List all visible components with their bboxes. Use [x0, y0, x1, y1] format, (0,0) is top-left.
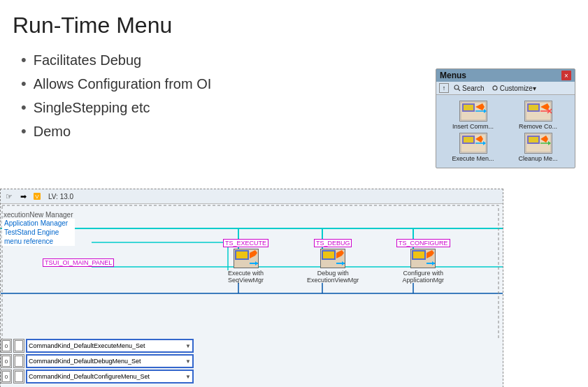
customize-button[interactable]: Customize▾ — [489, 84, 538, 93]
page-title: Run-Time Menu — [13, 13, 588, 38]
dropdown-configure-value: CommandKind_DefaultConfigureMenu_Set — [29, 373, 150, 380]
dropdown-debug-value: CommandKind_DefaultDebugMenu_Set — [29, 358, 141, 365]
search-button[interactable]: Search — [452, 84, 487, 93]
bullet-dot-2: • — [21, 75, 27, 93]
ts-configure-label: TS_CONFIGURE — [396, 239, 450, 247]
svg-rect-57 — [413, 251, 424, 258]
dropdown-row-1: 0 CommandKind_DefaultExecuteMenu_Set ▼ — [1, 339, 503, 353]
bullet-text-2: Allows Configuration from OI — [34, 76, 212, 92]
svg-rect-45 — [236, 251, 248, 258]
dropdown-execute[interactable]: CommandKind_DefaultExecuteMenu_Set ▼ — [26, 339, 194, 353]
svg-rect-12 — [529, 105, 538, 110]
ts-execute-label: TS_EXECUTE — [223, 239, 268, 247]
bullet-dot-3: • — [21, 98, 27, 117]
diagram-content: xecutionNew Manager Application Manager … — [1, 204, 503, 385]
dropdown-debug[interactable]: CommandKind_DefaultDebugMenu_Set ▼ — [26, 354, 194, 368]
debug-node-icon[interactable] — [320, 249, 345, 268]
dropdown-debug-arrow: ▼ — [185, 358, 191, 365]
search-label: Search — [462, 85, 485, 92]
menu-item-insert[interactable]: Insert Comm... — [442, 101, 504, 130]
svg-line-1 — [459, 89, 461, 92]
dropdown-row-3: 0 CommandKind_DefaultConfigureMenu_Set ▼ — [1, 370, 503, 384]
cleanup-me-icon — [524, 133, 552, 154]
customize-label: Customize▾ — [500, 85, 536, 92]
dropdown-row-2: 0 CommandKind_DefaultDebugMenu_Set ▼ — [1, 354, 503, 368]
remove-co-label: Remove Co... — [519, 123, 557, 130]
menu-item-remove[interactable]: Remove Co... — [507, 101, 569, 130]
hand-tool-icon[interactable]: ☞ — [3, 191, 15, 202]
dropdown-num-1: 0 — [1, 339, 12, 353]
execute-node-icon[interactable] — [234, 249, 259, 268]
arrow-tool-icon[interactable]: ➡ — [17, 191, 29, 202]
bullet-dot-1: • — [21, 51, 27, 69]
menu-label-appmgr[interactable]: Application Manager — [2, 219, 75, 228]
customize-icon — [492, 85, 499, 92]
debug-bottom-label: Debug withExecutionViewMgr — [307, 270, 359, 284]
menus-toolbar: ↑ Search Customize▾ — [436, 82, 575, 95]
ts-debug-label: TS_DEBUG — [314, 239, 352, 247]
menus-title: Menus — [440, 71, 466, 80]
configure-node-icon[interactable] — [410, 249, 436, 268]
configure-node[interactable]: TS_CONFIGURE Configure withApplicationMg… — [396, 239, 450, 284]
dropdown-configure[interactable]: CommandKind_DefaultConfigureMenu_Set ▼ — [26, 370, 194, 384]
dropdown-execute-arrow: ▼ — [185, 343, 191, 349]
menus-titlebar: Menus × — [436, 69, 575, 82]
menu-label-exec: xecutionNew Manager — [2, 211, 75, 219]
svg-rect-19 — [464, 137, 473, 143]
dropdown-execute-value: CommandKind_DefaultExecuteMenu_Set — [29, 342, 145, 349]
menus-grid: Insert Comm... Remove Co... — [436, 95, 575, 168]
svg-rect-51 — [323, 251, 334, 258]
menu-label-menuref[interactable]: menu reference — [2, 237, 75, 246]
dropdown-num-3b — [13, 370, 24, 384]
lv-gear-icon[interactable]: V — [31, 191, 43, 202]
insert-comm-icon — [459, 101, 487, 122]
lv-version: LV: 13.0 — [48, 193, 73, 200]
bullet-text-1: Facilitates Debug — [34, 52, 142, 68]
bullet-dot-4: • — [21, 122, 27, 140]
svg-text:V: V — [35, 194, 39, 200]
svg-rect-25 — [529, 137, 538, 143]
execute-bottom-label: Execute withSeqViewMgr — [228, 270, 264, 284]
dropdown-num-3: 0 — [1, 370, 12, 384]
dropdown-num-2: 0 — [1, 354, 12, 368]
configure-bottom-label: Configure withApplicationMgr — [402, 270, 444, 284]
lv-toolbar: ☞ ➡ V LV: 13.0 — [1, 189, 503, 204]
menus-close-button[interactable]: × — [561, 71, 571, 80]
remove-co-icon — [524, 101, 552, 122]
menu-labels: xecutionNew Manager Application Manager … — [2, 211, 75, 246]
menu-label-tsengine[interactable]: TestStand Engine — [2, 228, 75, 237]
insert-comm-label: Insert Comm... — [452, 123, 494, 130]
execute-men-label: Execute Men... — [452, 155, 494, 162]
search-icon — [454, 85, 461, 92]
dropdown-num-2b — [13, 354, 24, 368]
dropdown-rows: 0 CommandKind_DefaultExecuteMenu_Set ▼ 0 — [1, 339, 503, 385]
cleanup-me-label: Cleanup Me... — [518, 155, 557, 162]
up-icon[interactable]: ↑ — [439, 83, 449, 93]
debug-node[interactable]: TS_DEBUG Debug withExecutionViewMgr — [307, 239, 359, 284]
tsui-label: TSUI_OI_MAIN_PANEL — [43, 258, 114, 267]
bullet-text-3: SingleStepping etc — [34, 100, 150, 116]
svg-point-0 — [454, 85, 459, 89]
menu-item-execute[interactable]: Execute Men... — [442, 133, 504, 162]
bullet-text-4: Demo — [34, 124, 71, 140]
bullet-1: • Facilitates Debug — [21, 51, 588, 69]
menu-item-cleanup[interactable]: Cleanup Me... — [507, 133, 569, 162]
menus-panel: Menus × ↑ Search Customize▾ — [436, 68, 575, 168]
execute-men-icon — [459, 133, 487, 154]
execute-node[interactable]: TS_EXECUTE Execute withSeqViewMgr — [223, 239, 268, 284]
dropdown-configure-arrow: ▼ — [185, 374, 191, 380]
diagram-area: ☞ ➡ V LV: 13.0 — [0, 189, 503, 387]
dropdown-num-1b — [13, 339, 24, 353]
svg-rect-6 — [464, 105, 473, 110]
